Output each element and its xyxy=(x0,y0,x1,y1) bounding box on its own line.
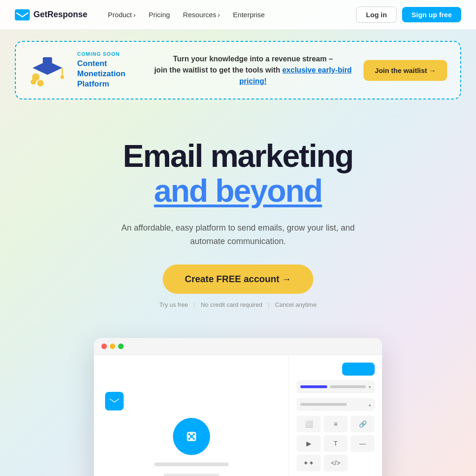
tool-image: ⬜ xyxy=(297,416,321,432)
banner-description: Turn your knowledge into a revenue strea… xyxy=(153,53,352,87)
logo-icon xyxy=(15,9,30,20)
divider1: | xyxy=(194,301,195,308)
nav-resources[interactable]: Resources › xyxy=(178,7,226,22)
hero-title: Email marketing and beyond xyxy=(15,139,461,208)
promo-banner: COMING SOON ContentMonetizationPlatform … xyxy=(15,41,461,99)
nav-enterprise[interactable]: Enterprise xyxy=(227,7,270,22)
tool-video: ▶ xyxy=(297,435,321,452)
mockup-right-panel: ▾ ▴ ⬜ ≡ 🔗 ▶ T — ✦✦ </> xyxy=(289,355,382,476)
field-value xyxy=(330,385,366,388)
tool-link: 🔗 xyxy=(350,416,375,432)
mockup-field-2: ▴ xyxy=(297,398,375,411)
mockup-left-panel xyxy=(94,355,289,476)
dot-yellow xyxy=(110,344,115,349)
mockup-window: ▾ ▴ ⬜ ≡ 🔗 ▶ T — ✦✦ </> xyxy=(94,338,382,476)
nav-actions: Log in Sign up free xyxy=(356,7,461,23)
svg-point-7 xyxy=(60,75,64,79)
platform-name: ContentMonetizationPlatform xyxy=(77,59,142,89)
mockup-body: ▾ ▴ ⬜ ≡ 🔗 ▶ T — ✦✦ </> xyxy=(94,355,382,476)
banner-label: COMING SOON ContentMonetizationPlatform xyxy=(77,51,142,89)
mockup-text-line xyxy=(154,463,229,466)
svg-rect-5 xyxy=(43,57,52,64)
svg-point-2 xyxy=(31,79,36,85)
logo[interactable]: GetResponse xyxy=(15,9,87,20)
signup-button[interactable]: Sign up free xyxy=(402,7,461,22)
navbar: GetResponse Product › Pricing Resources … xyxy=(0,0,476,30)
app-mockup: ▾ ▴ ⬜ ≡ 🔗 ▶ T — ✦✦ </> xyxy=(94,338,382,476)
hero-title-line2: and beyond xyxy=(15,173,461,208)
dot-red xyxy=(101,344,107,349)
waitlist-button[interactable]: Join the waitlist → xyxy=(364,60,447,81)
mockup-field-1: ▾ xyxy=(297,380,375,393)
chevron-icon: › xyxy=(133,11,136,19)
mockup-toolbar: ⬜ ≡ 🔗 ▶ T — ✦✦ </> xyxy=(297,416,375,471)
tool-code: </> xyxy=(324,455,348,471)
dot-green xyxy=(118,344,124,349)
tool-divider: — xyxy=(350,435,375,452)
field-label xyxy=(300,385,327,388)
divider2: | xyxy=(268,301,269,308)
login-button[interactable]: Log in xyxy=(356,7,397,23)
mockup-action-btn xyxy=(342,363,375,376)
graduation-cap-icon xyxy=(29,52,66,89)
nav-product[interactable]: Product › xyxy=(102,7,141,22)
nav-pricing[interactable]: Pricing xyxy=(143,7,176,22)
chevron-icon: › xyxy=(218,11,220,19)
svg-point-3 xyxy=(37,80,44,86)
field-value2 xyxy=(300,403,347,406)
mockup-titlebar xyxy=(94,338,382,355)
svg-rect-0 xyxy=(15,9,30,20)
email-icon xyxy=(105,392,124,410)
nav-links: Product › Pricing Resources › Enterprise xyxy=(102,7,356,22)
mockup-text-line-sm xyxy=(164,474,219,476)
footnote-card: No credit card required xyxy=(201,301,262,308)
svg-rect-8 xyxy=(109,397,120,405)
hero-subtitle: An affordable, easy platform to send ema… xyxy=(117,221,359,248)
tool-social: ✦✦ xyxy=(297,455,321,471)
tool-type: T xyxy=(324,435,348,452)
ai-icon xyxy=(173,418,210,455)
footnote-try: Try us free xyxy=(159,301,188,308)
chevron-up-icon: ▴ xyxy=(369,402,371,407)
hero-footnote: Try us free | No credit card required | … xyxy=(15,301,461,308)
cta-button[interactable]: Create FREE account → xyxy=(163,264,314,294)
tool-text: ≡ xyxy=(324,416,348,432)
coming-soon-text: COMING SOON xyxy=(77,51,142,57)
hero-section: Email marketing and beyond An affordable… xyxy=(0,111,476,327)
logo-text: GetResponse xyxy=(33,10,87,20)
chevron-down-icon: ▾ xyxy=(369,384,371,390)
footnote-cancel: Cancel anytime xyxy=(275,301,317,308)
hero-title-line1: Email marketing xyxy=(15,139,461,173)
